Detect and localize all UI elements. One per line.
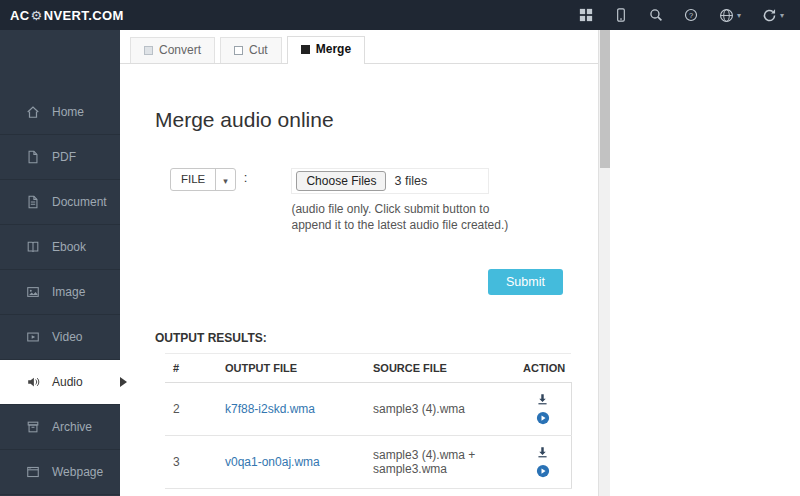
row-number: 3 [165,436,217,489]
search-icon[interactable] [649,8,663,22]
caret-down-icon: ▾ [215,169,235,190]
output-results-heading: OUTPUT RESULTS: [155,331,598,345]
page-title: Merge audio online [155,108,598,132]
sidebar-item-home[interactable]: Home [0,90,120,135]
sidebar-item-archive[interactable]: Archive [0,405,120,450]
logo-text-suffix: NVERT.COM [44,8,124,23]
play-icon[interactable] [536,464,550,478]
sidebar-item-document[interactable]: Document [0,180,120,225]
sidebar-item-label: Webpage [52,465,103,479]
tab-label: Cut [249,43,268,57]
sidebar-item-label: Document [52,195,107,209]
pdf-file-icon [26,150,40,164]
table-row: 2 k7f88-i2skd.wma sample3 (4).wma [165,383,571,436]
tab-cut[interactable]: Cut [220,37,282,63]
caret-down-icon: ▾ [737,11,741,20]
sidebar-item-label: Audio [52,375,83,389]
video-file-icon [26,330,40,344]
sidebar-item-pdf[interactable]: PDF [0,135,120,180]
apps-icon[interactable] [579,8,593,22]
scrollbar[interactable] [598,30,610,496]
sidebar: Home PDF Document Ebook Image Video Au [0,30,120,496]
table-header-row: # OUTPUT FILE SOURCE FILE ACTION [165,354,571,383]
tab-convert[interactable]: Convert [130,37,215,63]
logo-text-prefix: AC [10,8,30,23]
file-input[interactable]: Choose Files 3 files [291,168,489,194]
colon-separator: : [244,170,248,185]
main-content: Convert Cut Merge Merge audio online FIL… [120,30,800,496]
mobile-icon[interactable] [614,8,628,22]
archive-file-icon [26,420,40,434]
cut-tab-icon [234,46,243,55]
home-icon [26,105,40,119]
tab-label: Convert [159,43,201,57]
svg-text:?: ? [689,11,693,20]
row-number: 2 [165,383,217,436]
col-header-source-file: SOURCE FILE [365,354,515,383]
file-type-select[interactable]: FILE ▾ [170,168,236,191]
merge-tab-icon [301,45,310,54]
output-results-table: # OUTPUT FILE SOURCE FILE ACTION 2 k7f88… [165,353,572,489]
sidebar-item-label: Home [52,105,84,119]
document-file-icon [26,195,40,209]
scrollbar-thumb[interactable] [600,30,610,168]
image-file-icon [26,285,40,299]
play-icon[interactable] [536,411,550,425]
logo[interactable]: AC ⚙ NVERT.COM [0,8,124,23]
topbar: AC ⚙ NVERT.COM ? ▾ ▾ [0,0,800,30]
audio-file-icon [26,375,40,389]
download-icon[interactable] [536,446,549,459]
gear-icon: ⚙ [31,8,43,23]
language-menu[interactable]: ▾ [719,8,741,23]
choose-files-button[interactable]: Choose Files [296,171,386,191]
ebook-file-icon [26,240,40,254]
tab-merge[interactable]: Merge [287,36,365,64]
sidebar-item-label: PDF [52,150,76,164]
submit-button[interactable]: Submit [488,269,563,295]
tab-bar: Convert Cut Merge [120,30,598,64]
source-file-text: sample3 (4).wma [365,383,515,436]
table-row: 3 v0qa1-on0aj.wma sample3 (4).wma + samp… [165,436,571,489]
globe-icon [719,8,734,23]
sidebar-item-label: Image [52,285,85,299]
help-icon[interactable]: ? [684,8,698,22]
refresh-icon [762,8,777,23]
sidebar-item-label: Archive [52,420,92,434]
sidebar-item-label: Video [52,330,82,344]
sidebar-item-label: Ebook [52,240,86,254]
sidebar-item-ebook[interactable]: Ebook [0,225,120,270]
webpage-icon [26,465,40,479]
source-file-text: sample3 (4).wma + sample3.wma [365,436,515,489]
col-header-action: ACTION [515,354,571,383]
files-count-text: 3 files [394,174,427,188]
convert-menu[interactable]: ▾ [762,8,784,23]
merge-form: FILE ▾ : Choose Files 3 files (audio fil… [170,168,598,233]
output-file-link[interactable]: k7f88-i2skd.wma [225,402,315,416]
sidebar-item-image[interactable]: Image [0,270,120,315]
file-note: (audio file only. Click submit button to… [291,201,509,233]
sidebar-item-webpage[interactable]: Webpage [0,450,120,495]
download-icon[interactable] [536,393,549,406]
file-type-label: FILE [171,169,215,190]
output-file-link[interactable]: v0qa1-on0aj.wma [225,455,320,469]
topbar-icons: ? ▾ ▾ [579,8,800,23]
tab-label: Merge [316,42,351,56]
col-header-output-file: OUTPUT FILE [217,354,365,383]
col-header-num: # [165,354,217,383]
convert-tab-icon [144,46,153,55]
sidebar-item-audio[interactable]: Audio [0,360,120,405]
caret-down-icon: ▾ [780,11,784,20]
sidebar-item-video[interactable]: Video [0,315,120,360]
file-area: Choose Files 3 files (audio file only. C… [291,168,509,233]
